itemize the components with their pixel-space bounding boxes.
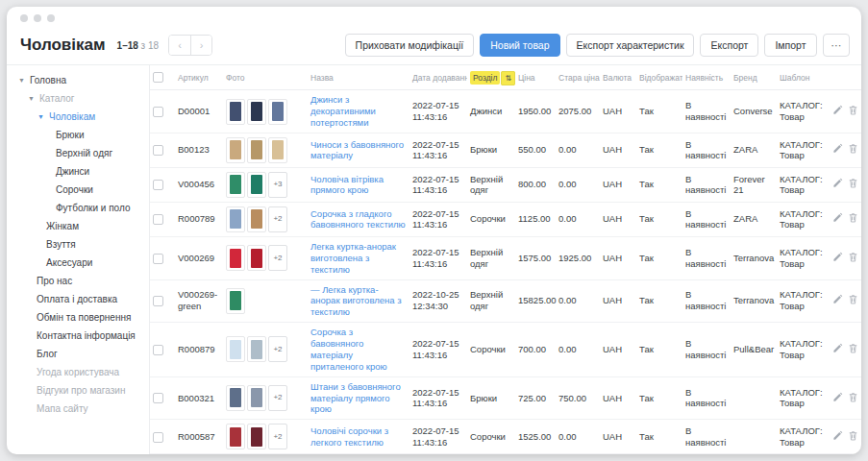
visible-cell[interactable]: Так	[636, 236, 682, 279]
more-actions-button[interactable]: ⋯	[823, 34, 851, 57]
stock-cell[interactable]: В наявності	[682, 236, 731, 279]
edit-icon[interactable]	[832, 105, 843, 118]
visible-cell[interactable]: Так	[636, 323, 682, 377]
visible-cell[interactable]: Так	[636, 420, 682, 454]
column-header-old_price[interactable]: Стара ціна	[556, 65, 600, 90]
column-header-stock[interactable]: Наявність	[682, 65, 731, 90]
product-photo[interactable]	[226, 424, 245, 449]
edit-icon[interactable]	[832, 252, 843, 265]
sidebar-item[interactable]: Брюки	[18, 126, 149, 144]
product-name-link[interactable]: Джинси з декоративними потертостями	[310, 94, 376, 128]
edit-icon[interactable]	[832, 343, 843, 356]
sidebar-item[interactable]: Мапа сайту	[18, 400, 149, 418]
window-dot-maximize[interactable]	[47, 14, 55, 22]
column-header-visible[interactable]: Відображати	[636, 65, 682, 90]
delete-icon[interactable]	[848, 430, 858, 444]
window-dot-close[interactable]	[20, 14, 28, 22]
sidebar-item[interactable]: Про нас	[18, 272, 149, 290]
column-header-currency[interactable]: Валюта	[600, 65, 636, 90]
hide-modifications-button[interactable]: Приховати модифікації	[345, 34, 475, 57]
more-photos-badge[interactable]: +2	[268, 206, 287, 232]
more-photos-badge[interactable]: +3	[268, 172, 287, 198]
sidebar-item[interactable]: Обмін та повернення	[18, 308, 149, 327]
sidebar-item[interactable]: Сорочки	[18, 181, 149, 199]
visible-cell[interactable]: Так	[636, 90, 682, 133]
column-header-sku[interactable]: Артикул	[175, 65, 223, 90]
sidebar-item[interactable]: Контактна інформація	[18, 327, 149, 345]
sidebar-item[interactable]: ▼Головна	[18, 71, 149, 89]
sidebar-item[interactable]: Жінкам	[18, 217, 149, 235]
product-photo[interactable]	[226, 385, 245, 411]
more-photos-badge[interactable]: +2	[268, 336, 287, 362]
row-checkbox[interactable]	[153, 107, 163, 117]
sidebar-item[interactable]: Джинси	[18, 162, 149, 181]
product-name-link[interactable]: Чоловічі сорочки з легкого текстилю	[310, 425, 388, 448]
row-checkbox[interactable]	[153, 432, 163, 443]
row-checkbox[interactable]	[153, 214, 163, 225]
column-header-price[interactable]: Ціна	[515, 65, 556, 90]
row-checkbox[interactable]	[153, 254, 163, 264]
stock-cell[interactable]: В наявності	[682, 90, 731, 133]
product-photo[interactable]	[226, 288, 245, 314]
product-name-link[interactable]: Сорочка з бавовняного матеріалу притален…	[310, 327, 387, 372]
product-photo[interactable]	[247, 245, 266, 271]
edit-icon[interactable]	[832, 430, 843, 444]
sidebar-item[interactable]: Футболки и поло	[18, 199, 149, 217]
product-name-link[interactable]: — Легка куртка-анорак виготовлена з текс…	[310, 284, 402, 318]
visible-cell[interactable]: Так	[636, 376, 682, 420]
sidebar-item[interactable]: Угода користувача	[18, 363, 149, 381]
column-header-name[interactable]: Назва	[308, 65, 409, 90]
delete-icon[interactable]	[848, 252, 858, 265]
product-name-link[interactable]: Чоловіча вітрівка прямого крою	[310, 174, 384, 196]
edit-icon[interactable]	[832, 294, 843, 307]
delete-icon[interactable]	[848, 294, 858, 307]
sidebar-item[interactable]: Верхній одяг	[18, 144, 149, 162]
visible-cell[interactable]: Так	[636, 133, 682, 167]
sort-icon[interactable]: ⇅	[501, 71, 515, 85]
sidebar-item[interactable]: Взуття	[18, 235, 149, 254]
edit-icon[interactable]	[832, 392, 843, 405]
product-photo[interactable]	[226, 137, 245, 163]
delete-icon[interactable]	[848, 178, 858, 191]
edit-icon[interactable]	[832, 143, 843, 157]
sidebar-item[interactable]: Оплата і доставка	[18, 290, 149, 308]
row-checkbox[interactable]	[153, 393, 163, 403]
column-header-template[interactable]: Шаблон	[777, 65, 825, 90]
stock-cell[interactable]: В наявності	[682, 167, 731, 202]
product-photo[interactable]	[268, 99, 287, 125]
column-header-date[interactable]: Дата додавання	[409, 65, 467, 90]
import-button[interactable]: Імпорт	[764, 34, 816, 57]
stock-cell[interactable]: В наявності	[682, 202, 731, 236]
row-checkbox[interactable]	[153, 345, 163, 355]
sidebar-item[interactable]: Аксесуари	[18, 254, 149, 272]
window-dot-minimize[interactable]	[34, 14, 41, 22]
product-photo[interactable]	[247, 336, 266, 362]
visible-cell[interactable]: Так	[636, 202, 682, 236]
product-photo[interactable]	[247, 172, 266, 198]
sidebar-item[interactable]: Відгуки про магазин	[18, 381, 149, 400]
row-checkbox[interactable]	[153, 296, 163, 306]
product-photo[interactable]	[226, 245, 245, 271]
product-photo[interactable]	[226, 172, 245, 198]
product-name-link[interactable]: Штани з бавовняного матеріалу прямого кр…	[310, 381, 401, 415]
select-all-checkbox[interactable]	[153, 72, 163, 83]
stock-cell[interactable]: В наявності	[682, 376, 731, 420]
product-name-link[interactable]: Чиноси з бавовняного матеріалу	[310, 139, 404, 161]
new-product-button[interactable]: Новий товар	[480, 34, 559, 57]
sidebar-item[interactable]: Блог	[18, 345, 149, 363]
visible-cell[interactable]: Так	[636, 167, 682, 202]
visible-cell[interactable]: Так	[636, 279, 682, 323]
more-photos-badge[interactable]: +2	[268, 385, 287, 411]
product-photo[interactable]	[268, 137, 287, 163]
delete-icon[interactable]	[848, 343, 858, 356]
stock-cell[interactable]: В наявності	[682, 323, 731, 377]
product-name-link[interactable]: Легка куртка-анорак виготовлена з тексти…	[310, 241, 396, 275]
stock-cell[interactable]: В наявності	[682, 279, 731, 323]
export-characteristics-button[interactable]: Експорт характеристик	[566, 34, 695, 57]
product-photo[interactable]	[247, 385, 266, 411]
more-photos-badge[interactable]: +2	[268, 245, 287, 271]
row-checkbox[interactable]	[153, 180, 163, 190]
product-photo[interactable]	[226, 336, 245, 362]
more-photos-badge[interactable]: +2	[268, 424, 287, 449]
sidebar-item[interactable]: ▼Чоловікам	[18, 108, 149, 126]
